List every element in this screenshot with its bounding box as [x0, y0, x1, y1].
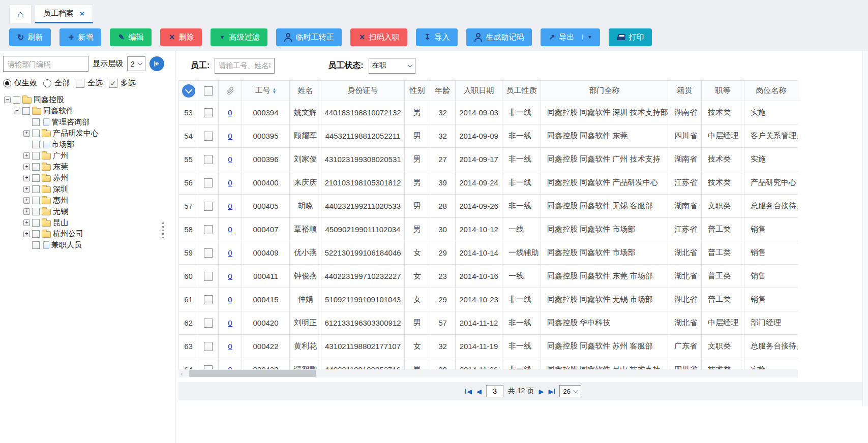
tree-node-label[interactable]: 兼职人员 — [51, 240, 82, 250]
table-row[interactable]: 60 0 000411 钟俊燕 440223199710232227 女 23 … — [179, 265, 798, 288]
attachment-count-link[interactable]: 0 — [228, 295, 232, 304]
tree-node[interactable]: 广州 — [3, 150, 172, 161]
attachment-count-link[interactable]: 0 — [228, 225, 232, 234]
toolbar-button[interactable]: 导出 — [541, 28, 600, 46]
attachment-count-link[interactable]: 0 — [228, 155, 232, 164]
tree-node-checkbox[interactable] — [13, 96, 20, 104]
attachment-count-link[interactable]: 0 — [228, 365, 232, 369]
tree-node[interactable]: 管理咨询部 — [3, 116, 172, 128]
toolbar-button[interactable]: 刷新 — [9, 28, 51, 46]
attachment-count-link[interactable]: 0 — [228, 132, 232, 140]
col-header-position[interactable]: 岗位名称 — [744, 81, 798, 101]
toolbar-button[interactable]: 生成助记码 — [466, 28, 532, 46]
table-row[interactable]: 62 0 000420 刘明正 612133196303300912 男 57 … — [179, 311, 798, 335]
tree-expander-icon[interactable] — [23, 164, 30, 170]
col-header-hire-date[interactable]: 入职日期 — [456, 81, 502, 101]
tree-node[interactable]: 东莞 — [3, 161, 172, 172]
tree-node-checkbox[interactable] — [32, 118, 40, 126]
tree-expander-icon[interactable] — [23, 197, 30, 204]
tree-node-checkbox[interactable] — [32, 163, 40, 171]
multi-select-checkbox[interactable] — [109, 79, 117, 88]
tree-node-label[interactable]: 惠州 — [53, 196, 68, 205]
tree-node-label[interactable]: 无锡 — [53, 207, 68, 216]
page-number-input[interactable] — [486, 385, 503, 397]
col-header-grade[interactable]: 职等 — [702, 81, 744, 101]
tree-node[interactable]: 兼职人员 — [3, 239, 172, 250]
toolbar-button[interactable]: 临时工转正 — [276, 28, 342, 46]
last-page-button[interactable]: ▶ — [548, 388, 555, 395]
tree-node[interactable]: 昆山 — [3, 217, 172, 228]
splitter-handle[interactable] — [162, 223, 164, 238]
tree-expander-icon[interactable] — [23, 130, 30, 137]
tree-expander-icon[interactable] — [4, 97, 11, 103]
collapse-sidebar-button[interactable] — [149, 56, 164, 71]
tree-node[interactable]: 同鑫软件 — [3, 105, 172, 116]
table-row[interactable]: 64 0 000423 谭智鹏 440231199108252716 男 29 … — [179, 358, 798, 369]
tree-node[interactable]: 苏州 — [3, 172, 172, 183]
tree-node-label[interactable]: 管理咨询部 — [51, 117, 89, 127]
tree-node-label[interactable]: 同鑫控股 — [34, 95, 64, 105]
radio-effective-only[interactable] — [3, 79, 11, 87]
row-checkbox[interactable] — [204, 248, 213, 258]
tree-node[interactable]: 产品研发中心 — [3, 128, 172, 139]
home-tab[interactable]: ⌂ — [9, 4, 32, 23]
select-all-checkbox-sidebar[interactable] — [76, 79, 84, 88]
row-checkbox[interactable] — [204, 178, 213, 187]
row-checkbox[interactable] — [204, 202, 213, 211]
col-header-age[interactable]: 年龄 — [430, 81, 456, 101]
col-header-name[interactable]: 姓名 — [290, 81, 321, 101]
tree-expander-icon[interactable] — [23, 175, 30, 181]
tree-node-label[interactable]: 市场部 — [51, 140, 74, 149]
table-row[interactable]: 63 0 000422 黄利花 431021198802177107 女 32 … — [179, 335, 798, 358]
attachment-count-link[interactable]: 0 — [228, 202, 232, 210]
col-header-id-card[interactable]: 身份证号 — [321, 81, 405, 101]
tree-node[interactable]: 深圳 — [3, 183, 172, 195]
expand-all-icon[interactable] — [182, 84, 195, 98]
tree-node-checkbox[interactable] — [32, 174, 40, 182]
scroll-left-icon[interactable]: ‹ — [178, 370, 183, 377]
toolbar-button[interactable]: 打印 — [609, 28, 652, 46]
tree-node[interactable]: 杭州公司 — [3, 228, 172, 239]
horizontal-scrollbar-thumb[interactable] — [189, 370, 316, 377]
tree-node-checkbox[interactable] — [32, 152, 40, 160]
tree-node-label[interactable]: 深圳 — [53, 184, 68, 194]
row-checkbox[interactable] — [204, 225, 213, 234]
tree-node-label[interactable]: 苏州 — [53, 173, 68, 183]
attachment-count-link[interactable]: 0 — [228, 178, 232, 187]
col-header-dept[interactable]: 部门全称 — [541, 81, 668, 101]
toolbar-button[interactable]: 编辑 — [110, 28, 152, 46]
row-checkbox[interactable] — [204, 132, 213, 141]
attachment-count-link[interactable]: 0 — [228, 108, 232, 117]
toolbar-button[interactable]: 新增 — [59, 28, 101, 46]
toolbar-button[interactable]: 高级过滤 — [211, 28, 267, 46]
tab-close-icon[interactable]: × — [80, 9, 84, 18]
table-row[interactable]: 56 0 000400 来庆庆 210103198105301812 男 39 … — [179, 171, 798, 195]
attachment-count-link[interactable]: 0 — [228, 272, 232, 280]
tree-node-checkbox[interactable] — [22, 107, 30, 115]
col-header-origin[interactable]: 籍贯 — [668, 81, 702, 101]
row-checkbox[interactable] — [204, 272, 213, 281]
tree-node-checkbox[interactable] — [32, 141, 40, 148]
tree-node-label[interactable]: 杭州公司 — [53, 229, 83, 239]
vertical-scrollbar[interactable] — [862, 51, 868, 406]
row-checkbox[interactable] — [204, 108, 213, 117]
tree-expander-icon[interactable] — [14, 108, 20, 114]
toolbar-button[interactable]: 删除 — [160, 28, 202, 46]
employee-search-input[interactable] — [215, 58, 275, 74]
dropdown-caret-icon[interactable] — [582, 35, 592, 40]
tree-node[interactable]: 市场部 — [3, 139, 172, 150]
toolbar-button[interactable]: 扫码入职 — [350, 28, 407, 46]
col-header-emp-no[interactable]: 工号 ▲▼ — [242, 81, 290, 101]
row-checkbox[interactable] — [204, 319, 213, 328]
tree-node-label[interactable]: 东莞 — [53, 162, 68, 172]
tree-node-label[interactable]: 产品研发中心 — [53, 129, 99, 138]
row-checkbox[interactable] — [204, 365, 213, 370]
select-all-rows-checkbox[interactable] — [204, 86, 213, 96]
tree-node[interactable]: 同鑫控股 — [3, 94, 172, 105]
row-checkbox[interactable] — [204, 155, 213, 164]
tree-node-label[interactable]: 广州 — [53, 151, 68, 161]
employee-status-select[interactable]: 在职 — [369, 58, 415, 74]
table-row[interactable]: 59 0 000409 优小燕 522130199106184046 女 29 … — [179, 241, 798, 265]
tree-node-checkbox[interactable] — [32, 230, 40, 238]
tree-node[interactable]: 惠州 — [3, 195, 172, 206]
